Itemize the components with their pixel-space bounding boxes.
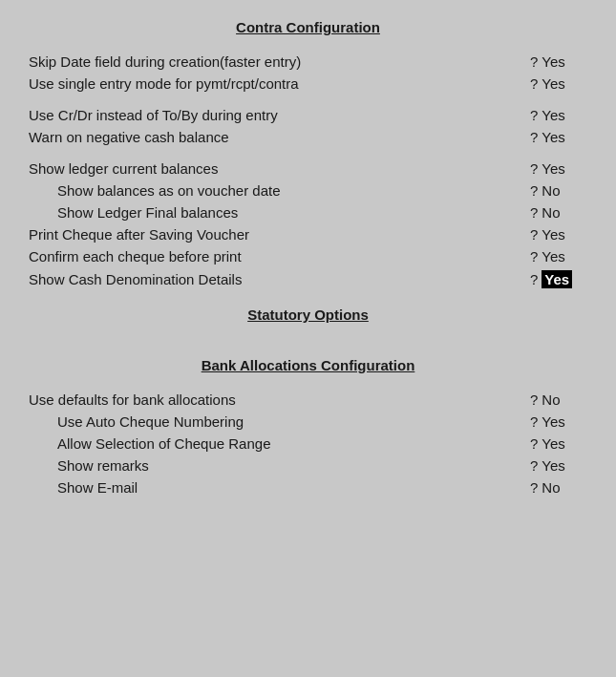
bank-value-2: ? Yes	[530, 435, 587, 452]
value-text-5: No	[542, 182, 560, 199]
question-icon-7: ?	[530, 226, 538, 243]
question-icon-9: ?	[530, 271, 538, 287]
value-text-9: Yes	[542, 270, 572, 288]
bank-label-0: Use defaults for bank allocations	[29, 391, 530, 408]
value-text-3: Yes	[542, 129, 564, 145]
contra-value-1: ? Yes	[530, 75, 587, 92]
bank-value-1: ? Yes	[530, 413, 587, 430]
contra-row-8: Confirm each cheque before print ? Yes	[29, 247, 587, 265]
contra-row-1: Use single entry mode for pymt/rcpt/cont…	[29, 74, 587, 93]
question-icon-4: ?	[530, 160, 538, 177]
bank-section: Bank Allocations Configuration Use defau…	[29, 357, 587, 497]
contra-value-7: ? Yes	[530, 226, 587, 243]
contra-value-6: ? No	[530, 204, 587, 221]
value-text-0: Yes	[542, 53, 564, 70]
contra-label-1: Use single entry mode for pymt/rcpt/cont…	[29, 75, 530, 92]
bank-value-text-2: Yes	[542, 435, 564, 452]
bank-row-4: Show E-mail ? No	[29, 478, 587, 497]
question-icon-6: ?	[530, 204, 538, 221]
contra-value-8: ? Yes	[530, 248, 587, 264]
bank-value-text-0: No	[542, 391, 560, 408]
bank-row-0: Use defaults for bank allocations ? No	[29, 391, 587, 409]
value-text-7: Yes	[542, 226, 564, 243]
statutory-section: Statutory Options	[29, 307, 587, 323]
bank-question-icon-4: ?	[530, 479, 538, 496]
question-icon-1: ?	[530, 75, 538, 92]
contra-label-8: Confirm each cheque before print	[29, 248, 530, 264]
contra-value-4: ? Yes	[530, 160, 587, 177]
bank-question-icon-3: ?	[530, 457, 538, 474]
question-icon-2: ?	[530, 107, 538, 123]
contra-label-4: Show ledger current balances	[29, 160, 530, 177]
contra-label-5: Show balances as on voucher date	[29, 182, 530, 199]
page-container: Contra Configuration Skip Date field dur…	[0, 0, 616, 677]
contra-label-0: Skip Date field during creation(faster e…	[29, 53, 530, 70]
contra-row-9: Show Cash Denomination Details ? Yes	[29, 269, 587, 289]
value-text-8: Yes	[542, 248, 564, 264]
contra-row-7: Print Cheque after Saving Voucher ? Yes	[29, 225, 587, 243]
contra-section: Contra Configuration Skip Date field dur…	[29, 19, 587, 289]
value-text-4: Yes	[542, 160, 564, 177]
bank-question-icon-2: ?	[530, 435, 538, 452]
statutory-title: Statutory Options	[29, 307, 587, 323]
bank-label-2: Allow Selection of Cheque Range	[29, 435, 530, 452]
contra-row-2: Use Cr/Dr instead of To/By during entry …	[29, 106, 587, 124]
value-text-1: Yes	[542, 75, 564, 92]
question-icon-3: ?	[530, 129, 538, 145]
bank-label-1: Use Auto Cheque Numbering	[29, 413, 530, 430]
value-text-2: Yes	[542, 107, 564, 123]
contra-value-2: ? Yes	[530, 107, 587, 123]
bank-value-3: ? Yes	[530, 457, 587, 474]
contra-row-5: Show balances as on voucher date ? No	[29, 181, 587, 200]
contra-title: Contra Configuration	[29, 19, 587, 35]
contra-value-5: ? No	[530, 182, 587, 199]
contra-label-6: Show Ledger Final balances	[29, 204, 530, 221]
bank-row-1: Use Auto Cheque Numbering ? Yes	[29, 413, 587, 431]
contra-value-3: ? Yes	[530, 129, 587, 145]
contra-row-4: Show ledger current balances ? Yes	[29, 159, 587, 178]
contra-row-6: Show Ledger Final balances ? No	[29, 203, 587, 222]
bank-row-2: Allow Selection of Cheque Range ? Yes	[29, 434, 587, 453]
value-text-6: No	[542, 204, 560, 221]
contra-value-9: ? Yes	[530, 270, 587, 288]
contra-label-9: Show Cash Denomination Details	[29, 271, 530, 287]
question-icon-5: ?	[530, 182, 538, 199]
bank-value-text-1: Yes	[542, 413, 564, 430]
bank-question-icon-1: ?	[530, 413, 538, 430]
bank-label-4: Show E-mail	[29, 479, 530, 496]
contra-value-0: ? Yes	[530, 53, 587, 70]
contra-row-3: Warn on negative cash balance ? Yes	[29, 128, 587, 146]
question-icon-8: ?	[530, 248, 538, 264]
contra-label-3: Warn on negative cash balance	[29, 129, 530, 145]
contra-label-7: Print Cheque after Saving Voucher	[29, 226, 530, 243]
question-icon-0: ?	[530, 53, 538, 70]
bank-value-text-4: No	[542, 479, 560, 496]
bank-value-0: ? No	[530, 391, 587, 408]
bank-row-3: Show remarks ? Yes	[29, 456, 587, 475]
bank-value-text-3: Yes	[542, 457, 564, 474]
bank-label-3: Show remarks	[29, 457, 530, 474]
bank-question-icon-0: ?	[530, 391, 538, 408]
bank-title: Bank Allocations Configuration	[29, 357, 587, 373]
contra-row-0: Skip Date field during creation(faster e…	[29, 53, 587, 71]
contra-label-2: Use Cr/Dr instead of To/By during entry	[29, 107, 530, 123]
bank-value-4: ? No	[530, 479, 587, 496]
